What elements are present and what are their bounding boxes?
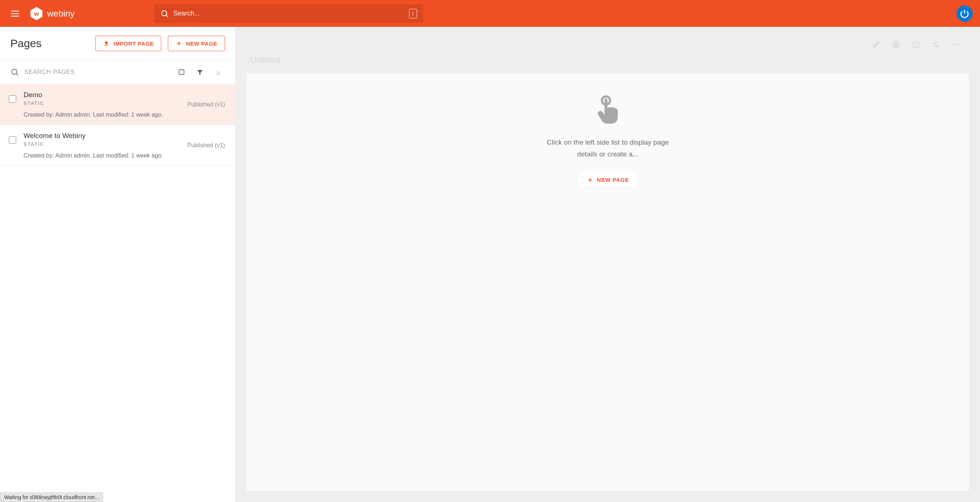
svg-point-5 (162, 11, 167, 16)
svg-point-10 (12, 69, 17, 74)
settings-icon (931, 40, 940, 49)
plus-icon (587, 177, 593, 183)
select-all-checkbox[interactable] (175, 65, 188, 79)
page-item-title: Demo (24, 91, 44, 99)
page-title: Pages (10, 37, 41, 50)
svg-rect-12 (179, 70, 184, 74)
filter-icon (196, 68, 204, 76)
power-icon (960, 9, 969, 18)
search-icon (160, 9, 169, 18)
app-header: w webiny / (0, 0, 980, 27)
more-icon (951, 40, 960, 49)
plus-icon (176, 40, 182, 47)
svg-point-20 (952, 44, 954, 45)
page-list-item[interactable]: Welcome to Webiny STATIC Published (v1) … (0, 125, 235, 166)
touch-icon (597, 95, 619, 125)
search-icon (10, 68, 19, 76)
hamburger-icon (10, 8, 20, 19)
pages-panel: Pages IMPORT PAGE NEW PAGE (0, 27, 235, 502)
brand-name: webiny (47, 8, 75, 19)
page-item-title: Welcome to Webiny (24, 132, 86, 140)
checkbox-icon (178, 68, 185, 76)
svg-point-22 (958, 44, 959, 45)
global-search[interactable]: / (154, 5, 423, 23)
page-item-category: STATIC (24, 100, 44, 106)
page-item-meta: Created by: Admin admin. Last modified: … (24, 153, 225, 159)
new-page-button[interactable]: NEW PAGE (168, 36, 225, 51)
export-button[interactable] (212, 65, 225, 79)
page-item-category: STATIC (24, 141, 86, 147)
page-item-status: Published (v1) (188, 101, 225, 108)
upload-icon (103, 40, 110, 47)
search-input[interactable] (173, 10, 404, 17)
import-page-button[interactable]: IMPORT PAGE (95, 36, 161, 51)
new-page-button-empty[interactable]: NEW PAGE (579, 172, 637, 188)
globe-icon (892, 40, 900, 49)
logo-icon: w (29, 6, 44, 21)
empty-state: Click on the left side list to display p… (247, 73, 969, 491)
page-item-checkbox[interactable] (9, 136, 16, 143)
unpublish-icon (912, 40, 920, 49)
svg-line-11 (17, 74, 18, 76)
user-avatar[interactable] (956, 6, 973, 22)
page-item-status: Published (v1) (188, 142, 225, 149)
page-item-meta: Created by: Admin admin. Last modified: … (24, 111, 225, 118)
svg-point-21 (955, 44, 956, 45)
detail-panel: Untitled Click on the left side list to … (235, 27, 980, 502)
empty-state-text: Click on the left side list to display p… (547, 137, 669, 160)
detail-toolbar (247, 38, 969, 52)
download-icon (215, 68, 222, 76)
svg-line-15 (913, 42, 918, 47)
svg-line-6 (166, 15, 168, 17)
edit-icon (872, 40, 881, 49)
brand-logo[interactable]: w webiny (29, 6, 75, 21)
svg-text:w: w (33, 10, 39, 17)
search-shortcut-hint: / (409, 9, 417, 18)
menu-button[interactable] (7, 6, 23, 21)
filter-button[interactable] (193, 65, 207, 79)
pages-search-input[interactable] (24, 69, 170, 75)
page-item-checkbox[interactable] (9, 95, 16, 103)
browser-status-bar: Waiting for d368nayjtftk0t.cloudfront.ne… (0, 492, 103, 502)
detail-title-placeholder: Untitled (247, 52, 969, 73)
page-list-item[interactable]: Demo STATIC Published (v1) Created by: A… (0, 84, 235, 125)
